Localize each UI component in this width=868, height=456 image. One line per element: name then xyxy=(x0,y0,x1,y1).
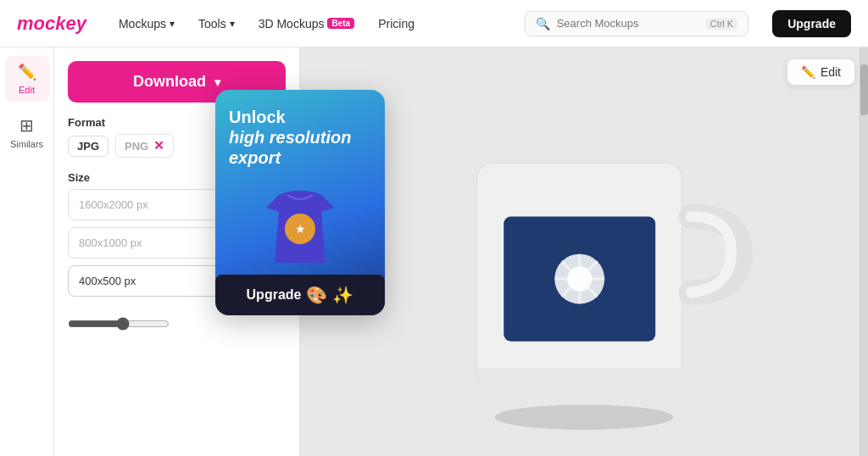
pencil-icon: ✏️ xyxy=(801,65,815,79)
mug-svg xyxy=(415,74,754,431)
nav-tools[interactable]: Tools ▾ xyxy=(198,17,235,31)
chevron-down-icon: ▾ xyxy=(214,75,220,89)
sidebar-item-edit[interactable]: ✏️ Edit xyxy=(5,56,49,102)
sidebar-item-similars[interactable]: ⊞ Similars xyxy=(5,108,49,156)
logo: mockey xyxy=(17,13,86,35)
svg-point-2 xyxy=(495,405,674,430)
nav-3d-mockups[interactable]: 3D Mockups Beta xyxy=(259,17,355,31)
edit-icon: ✏️ xyxy=(18,63,36,81)
chevron-down-icon: ▾ xyxy=(170,18,175,30)
edit-button[interactable]: ✏️ Edit xyxy=(787,59,854,85)
main-area: ✏️ Edit ⊞ Similars Download ▾ Format JPG… xyxy=(0,47,868,456)
similars-icon: ⊞ xyxy=(19,115,34,136)
nav-mockups[interactable]: Mockups ▾ xyxy=(119,17,175,31)
sidebar: ✏️ Edit ⊞ Similars xyxy=(0,47,54,456)
chevron-down-icon: ▾ xyxy=(230,18,235,30)
slider-section xyxy=(68,317,286,334)
zoom-slider[interactable] xyxy=(68,317,170,331)
search-input[interactable] xyxy=(557,17,699,30)
emoji-star-icon: ✨ xyxy=(332,285,353,305)
format-jpg[interactable]: JPG xyxy=(68,136,108,157)
scrollbar-thumb[interactable] xyxy=(860,64,868,115)
navbar: mockey Mockups ▾ Tools ▾ 3D Mockups Beta… xyxy=(0,0,868,47)
svg-point-6 xyxy=(567,266,592,291)
emoji-color-icon: 🎨 xyxy=(306,285,327,305)
nav-pricing[interactable]: Pricing xyxy=(378,17,415,31)
upgrade-button[interactable]: Upgrade xyxy=(772,10,851,37)
panel: Download ▾ Format JPG PNG ✕ Size 1600x20… xyxy=(54,47,300,456)
format-png[interactable]: PNG ✕ xyxy=(115,134,174,158)
upgrade-card: Unlock high resolution export ★ Up xyxy=(215,90,385,315)
scrollbar[interactable] xyxy=(860,47,868,456)
search-shortcut: Ctrl K xyxy=(706,18,738,30)
remove-png-icon[interactable]: ✕ xyxy=(153,138,164,153)
search-icon: 🔍 xyxy=(536,17,550,31)
upgrade-card-title: Unlock high resolution export xyxy=(229,107,371,168)
mug-container xyxy=(415,74,754,430)
search-bar[interactable]: 🔍 Ctrl K xyxy=(525,11,749,36)
tshirt-icon: ★ xyxy=(249,186,351,271)
canvas-area: ✏️ Edit xyxy=(300,47,868,456)
beta-badge: Beta xyxy=(327,18,354,29)
upgrade-card-button[interactable]: Upgrade 🎨 ✨ xyxy=(215,275,385,315)
svg-text:★: ★ xyxy=(295,222,306,236)
tshirt-area: ★ xyxy=(215,178,385,271)
